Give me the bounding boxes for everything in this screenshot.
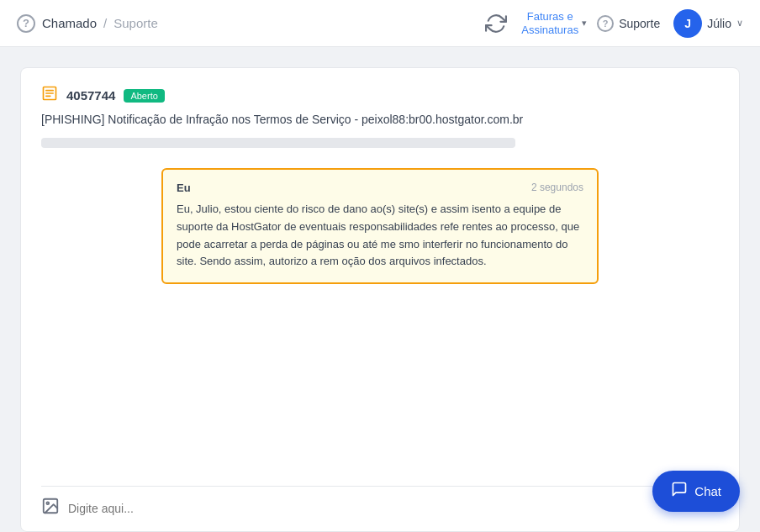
header: ? Chamado / Suporte Faturas e Assinatura…	[0, 0, 760, 47]
user-avatar: J	[673, 9, 702, 38]
ticket-status-badge: Aberto	[124, 89, 164, 103]
billing-chevron-icon: ▾	[582, 18, 587, 29]
breadcrumb-main: Chamado	[42, 16, 97, 30]
support-label: Suporte	[619, 17, 660, 30]
header-right: ? Suporte J Júlio ∨	[597, 9, 743, 38]
user-name: Júlio	[707, 17, 731, 30]
chat-fab-label: Chat	[694, 484, 721, 498]
ticket-title: [PHISHING] Notificação de Infração nos T…	[41, 113, 719, 126]
message-bubble: Eu 2 segundos Eu, Julio, estou ciente do…	[161, 168, 599, 284]
user-menu[interactable]: J Júlio ∨	[673, 9, 743, 38]
support-question-icon: ?	[597, 15, 614, 32]
message-time: 2 segundos	[531, 182, 583, 194]
header-left: ? Chamado / Suporte	[17, 14, 474, 33]
chat-fab-icon	[671, 481, 688, 502]
help-icon[interactable]: ?	[17, 14, 35, 33]
breadcrumb-separator: /	[103, 16, 107, 30]
breadcrumb-sub: Suporte	[113, 16, 158, 30]
ticket-header-row: 4057744 Aberto	[41, 85, 719, 106]
input-area: ENVIAR	[41, 486, 719, 531]
message-sender: Eu	[177, 182, 191, 194]
chat-input[interactable]	[68, 502, 669, 515]
loading-skeleton	[41, 138, 515, 148]
ticket-icon	[41, 85, 58, 106]
user-chevron-icon: ∨	[736, 18, 743, 29]
message-text: Eu, Julio, estou ciente do risco de dano…	[177, 201, 583, 271]
main-content: 4057744 Aberto [PHISHING] Notificação de…	[0, 47, 760, 532]
svg-point-5	[46, 502, 49, 504]
chat-fab-button[interactable]: Chat	[652, 471, 740, 512]
header-center: Faturas e Assinaturas ▾	[484, 10, 587, 36]
chat-area[interactable]: Eu 2 segundos Eu, Julio, estou ciente do…	[41, 161, 719, 486]
billing-link[interactable]: Faturas e Assinaturas ▾	[521, 10, 587, 36]
attach-image-icon[interactable]	[41, 497, 60, 519]
billing-link-text: Faturas e Assinaturas	[521, 10, 578, 36]
message-header: Eu 2 segundos	[177, 182, 583, 194]
support-link[interactable]: ? Suporte	[597, 15, 660, 32]
ticket-id: 4057744	[66, 88, 115, 103]
billing-cycle-icon[interactable]	[484, 12, 508, 35]
ticket-card: 4057744 Aberto [PHISHING] Notificação de…	[20, 67, 740, 532]
